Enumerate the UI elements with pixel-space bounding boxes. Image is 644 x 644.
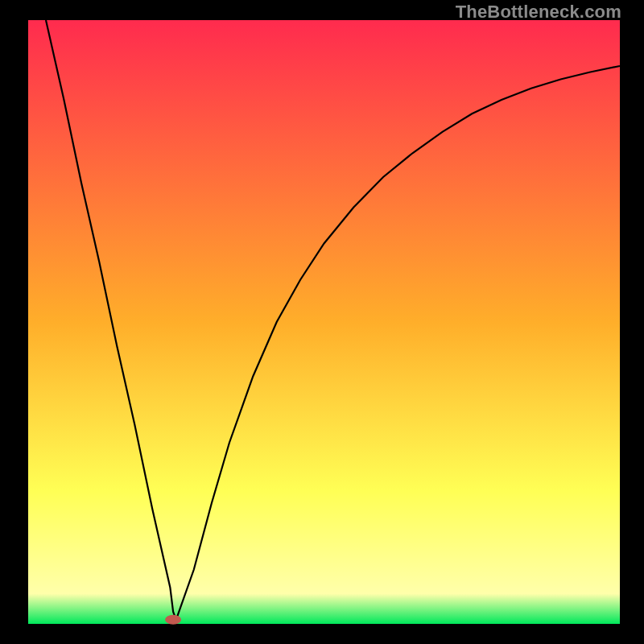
watermark-text: TheBottleneck.com: [456, 2, 621, 23]
chart-svg: [0, 0, 644, 644]
minimum-marker: [165, 615, 181, 625]
chart-frame: TheBottleneck.com: [0, 0, 644, 644]
plot-background: [28, 20, 620, 624]
